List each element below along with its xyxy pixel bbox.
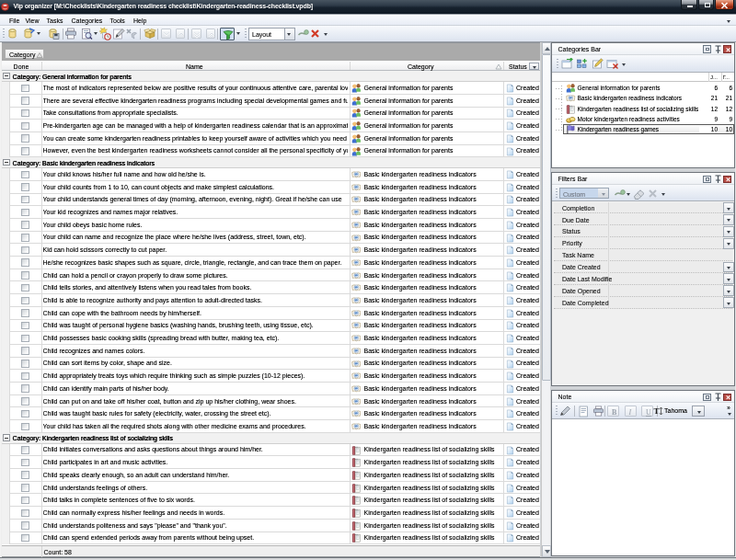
svg-text:T: T [654,406,660,416]
